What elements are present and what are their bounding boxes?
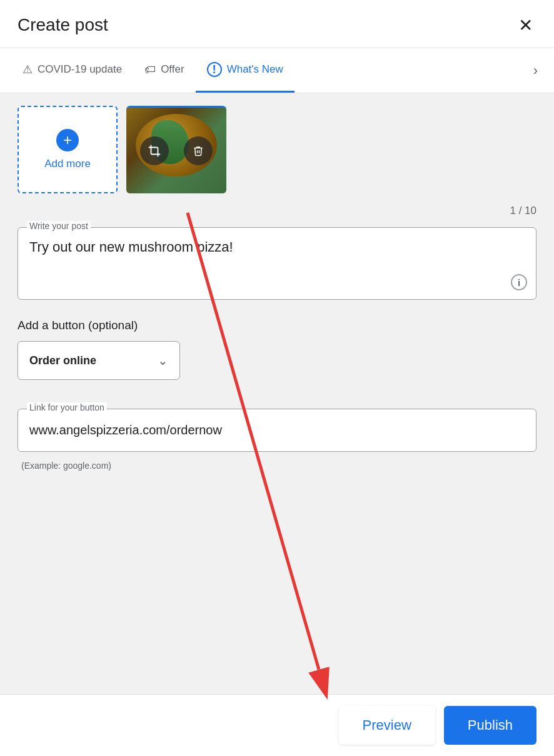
- tab-covid[interactable]: ⚠ COVID-19 update: [11, 49, 133, 92]
- post-textarea[interactable]: Try out our new mushroom pizza!: [18, 228, 536, 297]
- modal-header: Create post ✕: [0, 0, 554, 48]
- whats-new-icon: !: [207, 62, 222, 77]
- link-field-group: Link for your button (Example: google.co…: [18, 409, 536, 471]
- button-section-label: Add a button (optional): [18, 314, 536, 332]
- tab-covid-label: COVID-19 update: [38, 63, 122, 76]
- link-hint: (Example: google.com): [18, 457, 536, 471]
- crop-button[interactable]: [140, 136, 169, 165]
- tab-whats-new-label: What's New: [227, 63, 283, 76]
- post-field-label: Write your post: [27, 221, 91, 231]
- delete-image-button[interactable]: [184, 136, 213, 165]
- button-section: Add a button (optional) Order online ⌄: [18, 314, 536, 395]
- image-overlay: [126, 108, 226, 193]
- create-post-modal: Create post ✕ ⚠ COVID-19 update 🏷 Offer …: [0, 0, 554, 756]
- add-icon: +: [56, 129, 79, 151]
- info-icon[interactable]: i: [511, 274, 527, 290]
- tab-offer-label: Offer: [161, 63, 184, 76]
- button-type-dropdown[interactable]: Order online ⌄: [18, 341, 180, 380]
- button-dropdown-value: Order online: [29, 354, 96, 367]
- action-bar: Preview Publish: [0, 694, 554, 756]
- tab-offer[interactable]: 🏷 Offer: [133, 49, 195, 92]
- add-more-box[interactable]: + Add more: [18, 106, 118, 193]
- post-text-group: Write your post Try out our new mushroom…: [18, 227, 536, 300]
- tab-bar: ⚠ COVID-19 update 🏷 Offer ! What's New ›: [0, 48, 554, 93]
- image-row: + Add more: [18, 93, 536, 202]
- link-field-label: Link for your button: [27, 402, 107, 412]
- link-container: Link for your button: [18, 409, 536, 452]
- preview-button[interactable]: Preview: [339, 706, 435, 745]
- tabs-more-arrow[interactable]: ›: [528, 49, 543, 93]
- add-more-label: Add more: [44, 158, 91, 170]
- close-button[interactable]: ✕: [514, 14, 536, 36]
- post-text-container: Write your post Try out our new mushroom…: [18, 227, 536, 300]
- publish-button[interactable]: Publish: [444, 706, 536, 745]
- dropdown-arrow-icon: ⌄: [158, 353, 168, 368]
- link-input[interactable]: [18, 409, 536, 451]
- form-content: + Add more: [0, 93, 554, 694]
- image-thumbnail: [126, 106, 226, 193]
- image-counter: 1 / 10: [18, 202, 536, 227]
- tab-whats-new[interactable]: ! What's New: [196, 48, 295, 93]
- modal-title: Create post: [18, 15, 108, 35]
- warning-icon: ⚠: [23, 63, 33, 76]
- tag-icon: 🏷: [144, 63, 156, 76]
